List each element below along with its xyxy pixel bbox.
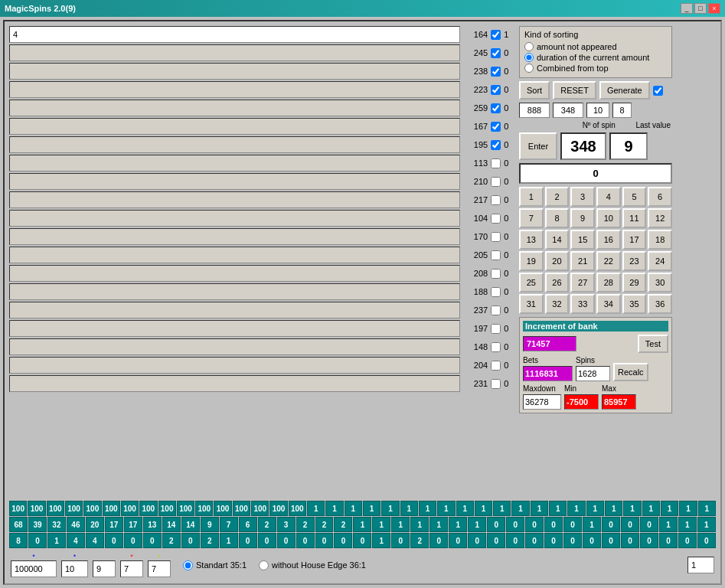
number-input-0[interactable]	[9, 26, 460, 43]
num-btn-30[interactable]: 30	[648, 273, 672, 292]
num-btn-15[interactable]: 15	[570, 230, 595, 250]
row-checkbox-6[interactable]	[491, 140, 501, 150]
num-btn-23[interactable]: 23	[622, 251, 647, 271]
max-input[interactable]	[602, 394, 636, 410]
row-checkbox-19[interactable]	[491, 379, 501, 389]
row-checkbox-3[interactable]	[491, 85, 501, 95]
number-input-11[interactable]	[9, 228, 460, 245]
num-btn-24[interactable]: 24	[648, 251, 672, 271]
reset-button[interactable]: RESET	[553, 81, 596, 100]
number-input-10[interactable]	[9, 210, 460, 227]
num-btn-25[interactable]: 25	[519, 273, 544, 292]
maxdown-input[interactable]	[523, 394, 561, 410]
num-btn-22[interactable]: 22	[596, 251, 621, 271]
spins-input[interactable]	[576, 366, 610, 381]
increment-input[interactable]	[523, 336, 576, 351]
row-checkbox-5[interactable]	[491, 122, 501, 132]
num-btn-27[interactable]: 27	[570, 273, 595, 292]
sort-button[interactable]: Sort	[519, 81, 550, 100]
number-input-3[interactable]	[9, 81, 460, 98]
num-btn-34[interactable]: 34	[596, 294, 621, 314]
close-button[interactable]: ×	[708, 3, 720, 14]
num-btn-29[interactable]: 29	[622, 273, 647, 292]
num-btn-1[interactable]: 1	[519, 187, 544, 207]
num-btn-11[interactable]: 11	[622, 208, 647, 228]
num-btn-4[interactable]: 4	[596, 187, 621, 207]
num-btn-2[interactable]: 2	[545, 187, 570, 207]
recalc-button[interactable]: Recalc	[613, 363, 648, 381]
number-input-7[interactable]	[9, 155, 460, 172]
row-checkbox-2[interactable]	[491, 67, 501, 77]
input-348[interactable]	[553, 103, 583, 118]
number-input-18[interactable]	[9, 357, 460, 374]
maximize-button[interactable]: □	[694, 3, 707, 14]
radio-combined-from-top-input[interactable]	[524, 64, 534, 73]
number-input-5[interactable]	[9, 118, 460, 135]
num-btn-26[interactable]: 26	[545, 273, 570, 292]
input-8[interactable]	[612, 103, 632, 118]
row-checkbox-7[interactable]	[491, 158, 501, 168]
row-checkbox-0[interactable]	[491, 30, 501, 40]
bottom-input-9[interactable]	[93, 560, 116, 577]
input-888[interactable]	[519, 103, 550, 118]
row-checkbox-4[interactable]	[491, 103, 501, 113]
bottom-input-last[interactable]	[687, 557, 714, 573]
minimize-button[interactable]: _	[681, 3, 693, 14]
num-btn-3[interactable]: 3	[570, 187, 595, 207]
radio-amount-not-appeared-input[interactable]	[524, 42, 534, 51]
radio-standart[interactable]	[183, 560, 193, 570]
number-input-6[interactable]	[9, 136, 460, 153]
number-input-1[interactable]	[9, 44, 460, 61]
num-btn-35[interactable]: 35	[622, 294, 647, 314]
num-btn-31[interactable]: 31	[519, 294, 544, 314]
num-btn-16[interactable]: 16	[596, 230, 621, 250]
number-input-2[interactable]	[9, 63, 460, 80]
num-btn-19[interactable]: 19	[519, 251, 544, 271]
num-btn-33[interactable]: 33	[570, 294, 595, 314]
num-btn-13[interactable]: 13	[519, 230, 544, 250]
radio-duration-current-input[interactable]	[524, 53, 534, 62]
num-btn-7[interactable]: 7	[519, 208, 544, 228]
row-checkbox-11[interactable]	[491, 232, 501, 242]
radio-house-edge[interactable]	[259, 560, 269, 570]
row-checkbox-16[interactable]	[491, 324, 501, 334]
num-btn-9[interactable]: 9	[570, 208, 595, 228]
row-checkbox-14[interactable]	[491, 287, 501, 297]
number-input-14[interactable]	[9, 283, 460, 300]
number-input-9[interactable]	[9, 191, 460, 208]
row-checkbox-12[interactable]	[491, 250, 501, 260]
test-button[interactable]: Test	[638, 335, 668, 353]
num-btn-14[interactable]: 14	[545, 230, 570, 250]
number-input-16[interactable]	[9, 320, 460, 337]
row-checkbox-13[interactable]	[491, 269, 501, 279]
num-btn-6[interactable]: 6	[648, 187, 672, 207]
enter-button[interactable]: Enter	[519, 132, 557, 160]
row-checkbox-10[interactable]	[491, 214, 501, 224]
number-input-4[interactable]	[9, 100, 460, 116]
min-input[interactable]	[564, 394, 599, 410]
row-checkbox-9[interactable]	[491, 195, 501, 205]
row-checkbox-1[interactable]	[491, 48, 501, 58]
num-btn-21[interactable]: 21	[570, 251, 595, 271]
bottom-input-10[interactable]	[61, 560, 88, 577]
row-checkbox-15[interactable]	[491, 305, 501, 315]
generate-checkbox[interactable]	[653, 86, 663, 96]
num-btn-17[interactable]: 17	[622, 230, 647, 250]
row-checkbox-18[interactable]	[491, 361, 501, 371]
num-btn-10[interactable]: 10	[596, 208, 621, 228]
number-input-13[interactable]	[9, 265, 460, 282]
num-btn-36[interactable]: 36	[648, 294, 672, 314]
num-btn-20[interactable]: 20	[545, 251, 570, 271]
num-btn-12[interactable]: 12	[648, 208, 672, 228]
num-btn-5[interactable]: 5	[622, 187, 647, 207]
input-10[interactable]	[586, 103, 609, 118]
num-btn-28[interactable]: 28	[596, 273, 621, 292]
num-btn-8[interactable]: 8	[545, 208, 570, 228]
generate-button[interactable]: Generate	[599, 81, 650, 100]
num-btn-18[interactable]: 18	[648, 230, 672, 250]
row-checkbox-17[interactable]	[491, 342, 501, 352]
number-input-15[interactable]	[9, 302, 460, 318]
bottom-input-7a[interactable]	[120, 560, 143, 577]
number-input-8[interactable]	[9, 173, 460, 190]
bottom-input-7b[interactable]	[148, 560, 171, 577]
